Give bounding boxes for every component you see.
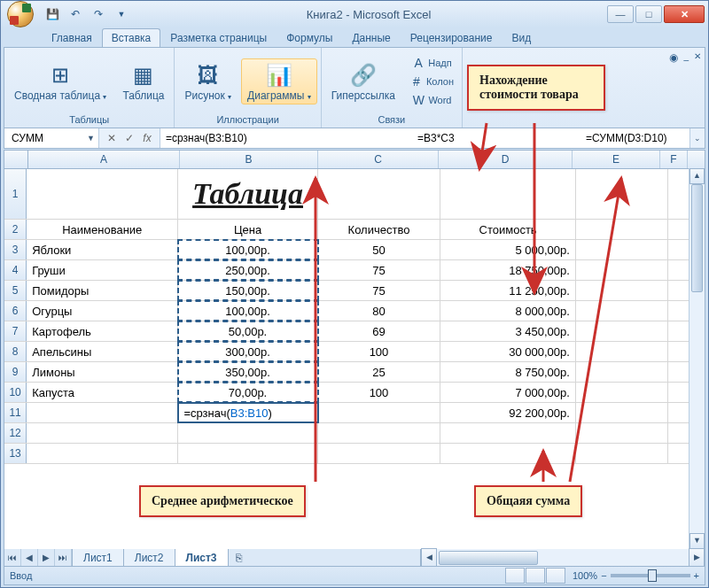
hscroll-thumb[interactable] [439,551,538,565]
scroll-down-icon[interactable]: ▼ [690,533,705,549]
cell-A6[interactable]: Огурцы [27,301,178,321]
cell-B3[interactable]: 100,00р. [178,240,317,259]
cell-E5[interactable] [576,281,668,300]
row-header-2[interactable]: 2 [4,220,27,239]
formula-input[interactable]: =срзнач(B3:B10) =B3*C3 =СУММ(D3:D10) [160,128,690,148]
new-sheet-icon[interactable]: ⎘ [229,552,249,564]
tab-вид[interactable]: Вид [502,28,541,47]
cell-B6[interactable]: 100,00р. [178,301,317,321]
row-header-6[interactable]: 6 [4,301,27,321]
col-header-C[interactable]: C [318,151,439,168]
redo-icon[interactable]: ↷ [90,5,107,23]
cell-D2[interactable]: Стоимость [440,220,576,239]
cell-A2[interactable]: Наименование [27,220,178,239]
ribbon-help-icon[interactable]: ◉ [669,51,678,64]
cell-B13[interactable] [178,444,317,463]
cell-C11[interactable] [318,403,441,422]
tab-рецензирование[interactable]: Рецензирование [401,28,503,47]
cell-A10[interactable]: Капуста [27,383,178,402]
cell-D12[interactable] [440,423,576,443]
cell-B12[interactable] [178,423,317,443]
cell-D10[interactable]: 7 000,00р. [440,383,576,402]
cell-A12[interactable] [27,423,178,443]
normal-view-button[interactable] [505,568,525,584]
row-header-4[interactable]: 4 [4,260,27,280]
cell-B9[interactable]: 350,00р. [178,362,317,382]
cell-D8[interactable]: 30 000,00р. [440,342,576,361]
cell-D11[interactable]: 92 200,00р. [440,403,576,422]
row-header-8[interactable]: 8 [4,342,27,361]
vscroll-thumb[interactable] [691,184,703,292]
last-sheet-icon[interactable]: ⏭ [55,549,72,567]
scroll-up-icon[interactable]: ▲ [690,168,705,184]
cell-D1[interactable] [440,169,576,219]
cell-C5[interactable]: 75 [318,281,441,300]
page-break-view-button[interactable] [546,568,565,584]
tab-разметка страницы[interactable]: Разметка страницы [160,28,277,47]
cell-C8[interactable]: 100 [318,342,441,361]
cell-E11[interactable] [576,403,668,422]
col-header-F[interactable]: F [660,151,688,168]
cell-D5[interactable]: 11 250,00р. [440,281,576,300]
cell-D6[interactable]: 8 000,00р. [440,301,576,321]
cell-C10[interactable]: 100 [318,383,441,402]
undo-icon[interactable]: ↶ [66,5,84,23]
name-box-dropdown-icon[interactable]: ▼ [87,134,95,143]
ribbon-close-icon[interactable]: ✕ [694,51,701,64]
hyperlink-button[interactable]: 🔗Гиперссылка [325,58,401,104]
cell-B1[interactable]: Таблица [178,169,317,219]
sheet-tab-Лист2[interactable]: Лист2 [124,549,175,567]
cell-B10[interactable]: 70,00р. [178,383,317,402]
row-header-7[interactable]: 7 [4,321,27,341]
sheet-tab-Лист1[interactable]: Лист1 [73,549,124,567]
cell-C1[interactable] [318,169,441,219]
cell-C3[interactable]: 50 [318,240,441,259]
cell-E7[interactable] [576,321,668,341]
office-button[interactable] [3,1,38,27]
cell-D13[interactable] [440,444,576,463]
cell-C7[interactable]: 69 [318,321,441,341]
col-header-A[interactable]: A [28,151,180,168]
cell-E1[interactable] [576,169,668,219]
accept-formula-icon[interactable]: ✓ [122,132,136,144]
cell-C9[interactable]: 25 [318,362,441,382]
zoom-control[interactable]: 100% − + [573,570,699,581]
row-header-9[interactable]: 9 [4,362,27,382]
row-header-10[interactable]: 10 [4,383,27,402]
cell-B8[interactable]: 300,00р. [178,342,317,361]
cell-E3[interactable] [576,240,668,259]
horizontal-scrollbar[interactable]: ◀ ▶ [420,549,705,567]
cell-E4[interactable] [576,260,668,280]
header-button[interactable]: AНадп [405,54,458,72]
cell-D9[interactable]: 8 750,00р. [440,362,576,382]
zoom-in-icon[interactable]: + [694,570,699,581]
cell-A1[interactable] [27,169,178,219]
vertical-scrollbar[interactable]: ▲ ▼ [689,168,705,549]
tab-главная[interactable]: Главная [42,28,102,47]
row-header-1[interactable]: 1 [4,169,27,219]
select-all-corner[interactable] [4,151,28,168]
minimize-button[interactable]: — [607,5,634,23]
formula-expand-icon[interactable]: ⌄ [690,128,705,148]
tab-данные[interactable]: Данные [342,28,400,47]
scroll-left-icon[interactable]: ◀ [421,548,437,568]
cell-E12[interactable] [576,423,668,443]
scroll-right-icon[interactable]: ▶ [689,548,705,568]
cell-C6[interactable]: 80 [318,301,441,321]
tab-формулы[interactable]: Формулы [277,28,342,47]
cell-E2[interactable] [576,220,668,239]
next-sheet-icon[interactable]: ▶ [38,549,55,567]
cell-B4[interactable]: 250,00р. [178,260,317,280]
cell-E13[interactable] [576,444,668,463]
page-layout-view-button[interactable] [526,568,545,584]
cell-C4[interactable]: 75 [318,260,441,280]
pivot-table-button[interactable]: ⊞Сводная таблица ▾ [8,58,113,104]
row-header-13[interactable]: 13 [4,444,27,463]
cell-C13[interactable] [318,444,441,463]
zoom-out-icon[interactable]: − [601,570,606,581]
cancel-formula-icon[interactable]: ✕ [105,132,119,144]
col-header-D[interactable]: D [439,151,573,168]
charts-button[interactable]: 📊Диаграммы ▾ [241,58,317,104]
cell-A9[interactable]: Лимоны [27,362,178,382]
cell-D4[interactable]: 18 750,00р. [440,260,576,280]
